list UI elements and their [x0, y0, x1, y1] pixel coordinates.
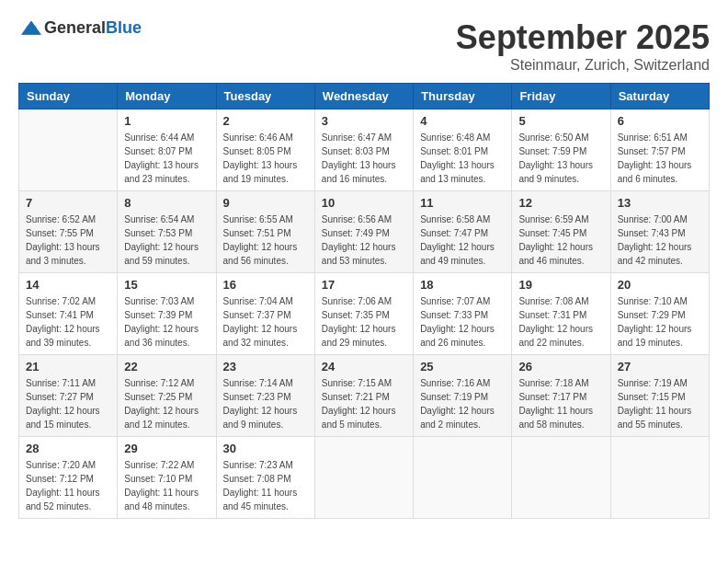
weekday-header: Sunday: [19, 84, 118, 109]
calendar-cell: [314, 437, 413, 519]
day-info: Sunrise: 6:59 AM Sunset: 7:45 PM Dayligh…: [518, 213, 603, 268]
calendar-cell: 30Sunrise: 7:23 AM Sunset: 7:08 PM Dayli…: [216, 437, 314, 519]
weekday-header: Wednesday: [314, 84, 413, 109]
day-info: Sunrise: 7:23 AM Sunset: 7:08 PM Dayligh…: [223, 458, 308, 513]
day-info: Sunrise: 7:12 AM Sunset: 7:25 PM Dayligh…: [124, 376, 209, 431]
calendar-cell: 19Sunrise: 7:08 AM Sunset: 7:31 PM Dayli…: [512, 273, 610, 355]
calendar-cell: 2Sunrise: 6:46 AM Sunset: 8:05 PM Daylig…: [216, 109, 314, 191]
day-info: Sunrise: 7:15 AM Sunset: 7:21 PM Dayligh…: [322, 376, 406, 431]
calendar-week-row: 7Sunrise: 6:52 AM Sunset: 7:55 PM Daylig…: [19, 191, 710, 273]
day-number: 27: [618, 360, 702, 373]
day-number: 7: [26, 196, 110, 210]
day-info: Sunrise: 6:47 AM Sunset: 8:03 PM Dayligh…: [322, 131, 406, 186]
calendar-cell: 28Sunrise: 7:20 AM Sunset: 7:12 PM Dayli…: [19, 437, 118, 519]
location-title: Steinmaur, Zurich, Switzerland: [456, 57, 710, 74]
day-number: 4: [420, 114, 505, 128]
logo: GeneralBlue: [18, 18, 142, 38]
weekday-header: Thursday: [414, 84, 512, 109]
day-info: Sunrise: 7:11 AM Sunset: 7:27 PM Dayligh…: [26, 376, 110, 431]
calendar-week-row: 21Sunrise: 7:11 AM Sunset: 7:27 PM Dayli…: [19, 355, 710, 437]
day-number: 23: [223, 360, 308, 373]
day-info: Sunrise: 6:51 AM Sunset: 7:57 PM Dayligh…: [618, 131, 702, 186]
month-title: September 2025: [456, 18, 710, 57]
day-info: Sunrise: 6:50 AM Sunset: 7:59 PM Dayligh…: [518, 131, 603, 186]
day-info: Sunrise: 6:54 AM Sunset: 7:53 PM Dayligh…: [124, 213, 209, 268]
calendar-cell: [19, 109, 118, 191]
weekday-header: Friday: [512, 84, 610, 109]
calendar-week-row: 1Sunrise: 6:44 AM Sunset: 8:07 PM Daylig…: [19, 109, 710, 191]
day-number: 13: [618, 196, 702, 210]
day-info: Sunrise: 7:00 AM Sunset: 7:43 PM Dayligh…: [618, 213, 702, 268]
calendar-cell: 23Sunrise: 7:14 AM Sunset: 7:23 PM Dayli…: [216, 355, 314, 437]
logo-icon: [20, 19, 42, 38]
calendar-body: 1Sunrise: 6:44 AM Sunset: 8:07 PM Daylig…: [19, 109, 710, 519]
day-number: 9: [223, 196, 308, 210]
calendar-cell: 6Sunrise: 6:51 AM Sunset: 7:57 PM Daylig…: [610, 109, 709, 191]
day-number: 12: [518, 196, 603, 210]
calendar-cell: 12Sunrise: 6:59 AM Sunset: 7:45 PM Dayli…: [512, 191, 610, 273]
day-number: 22: [124, 360, 209, 373]
day-number: 21: [26, 360, 110, 373]
day-info: Sunrise: 7:18 AM Sunset: 7:17 PM Dayligh…: [518, 376, 603, 431]
day-number: 30: [223, 442, 308, 455]
weekday-header: Saturday: [610, 84, 709, 109]
day-info: Sunrise: 7:22 AM Sunset: 7:10 PM Dayligh…: [124, 458, 209, 513]
calendar-cell: 27Sunrise: 7:19 AM Sunset: 7:15 PM Dayli…: [610, 355, 709, 437]
day-info: Sunrise: 7:16 AM Sunset: 7:19 PM Dayligh…: [420, 376, 505, 431]
day-number: 14: [26, 278, 110, 292]
logo-general: General: [44, 18, 106, 37]
day-number: 29: [124, 442, 209, 455]
calendar-cell: 1Sunrise: 6:44 AM Sunset: 8:07 PM Daylig…: [118, 109, 216, 191]
calendar-cell: 9Sunrise: 6:55 AM Sunset: 7:51 PM Daylig…: [216, 191, 314, 273]
day-info: Sunrise: 6:58 AM Sunset: 7:47 PM Dayligh…: [420, 213, 505, 268]
day-number: 18: [420, 278, 505, 292]
calendar-cell: 20Sunrise: 7:10 AM Sunset: 7:29 PM Dayli…: [610, 273, 709, 355]
calendar-cell: 11Sunrise: 6:58 AM Sunset: 7:47 PM Dayli…: [414, 191, 512, 273]
day-number: 28: [26, 442, 110, 455]
day-info: Sunrise: 6:52 AM Sunset: 7:55 PM Dayligh…: [26, 213, 110, 268]
calendar-cell: 29Sunrise: 7:22 AM Sunset: 7:10 PM Dayli…: [118, 437, 216, 519]
calendar-cell: 14Sunrise: 7:02 AM Sunset: 7:41 PM Dayli…: [19, 273, 118, 355]
day-number: 8: [124, 196, 209, 210]
logo-text: GeneralBlue: [44, 18, 142, 38]
day-info: Sunrise: 7:03 AM Sunset: 7:39 PM Dayligh…: [124, 294, 209, 350]
calendar-cell: 21Sunrise: 7:11 AM Sunset: 7:27 PM Dayli…: [19, 355, 118, 437]
day-number: 3: [322, 114, 406, 128]
calendar-cell: [414, 437, 512, 519]
header: GeneralBlue September 2025 Steinmaur, Zu…: [18, 18, 710, 74]
day-info: Sunrise: 6:56 AM Sunset: 7:49 PM Dayligh…: [322, 213, 406, 268]
day-number: 15: [124, 278, 209, 292]
calendar-cell: 24Sunrise: 7:15 AM Sunset: 7:21 PM Dayli…: [314, 355, 413, 437]
day-number: 20: [618, 278, 702, 292]
day-info: Sunrise: 7:04 AM Sunset: 7:37 PM Dayligh…: [223, 294, 308, 350]
day-number: 10: [322, 196, 406, 210]
calendar-header: SundayMondayTuesdayWednesdayThursdayFrid…: [19, 84, 710, 109]
day-info: Sunrise: 7:14 AM Sunset: 7:23 PM Dayligh…: [223, 376, 308, 431]
logo-blue: Blue: [106, 18, 142, 37]
day-number: 19: [518, 278, 603, 292]
day-number: 25: [420, 360, 505, 373]
calendar-cell: 25Sunrise: 7:16 AM Sunset: 7:19 PM Dayli…: [414, 355, 512, 437]
day-info: Sunrise: 7:20 AM Sunset: 7:12 PM Dayligh…: [26, 458, 110, 513]
day-info: Sunrise: 7:02 AM Sunset: 7:41 PM Dayligh…: [26, 294, 110, 350]
calendar-cell: 5Sunrise: 6:50 AM Sunset: 7:59 PM Daylig…: [512, 109, 610, 191]
calendar-cell: 13Sunrise: 7:00 AM Sunset: 7:43 PM Dayli…: [610, 191, 709, 273]
day-number: 11: [420, 196, 505, 210]
day-info: Sunrise: 7:10 AM Sunset: 7:29 PM Dayligh…: [618, 294, 702, 350]
calendar-cell: 18Sunrise: 7:07 AM Sunset: 7:33 PM Dayli…: [414, 273, 512, 355]
weekday-header: Tuesday: [216, 84, 314, 109]
day-number: 26: [518, 360, 603, 373]
calendar-week-row: 14Sunrise: 7:02 AM Sunset: 7:41 PM Dayli…: [19, 273, 710, 355]
calendar-cell: [512, 437, 610, 519]
calendar-cell: 15Sunrise: 7:03 AM Sunset: 7:39 PM Dayli…: [118, 273, 216, 355]
calendar-week-row: 28Sunrise: 7:20 AM Sunset: 7:12 PM Dayli…: [19, 437, 710, 519]
weekday-header: Monday: [118, 84, 216, 109]
day-info: Sunrise: 7:19 AM Sunset: 7:15 PM Dayligh…: [618, 376, 702, 431]
calendar-cell: 8Sunrise: 6:54 AM Sunset: 7:53 PM Daylig…: [118, 191, 216, 273]
svg-rect-2: [26, 25, 36, 34]
calendar-cell: 17Sunrise: 7:06 AM Sunset: 7:35 PM Dayli…: [314, 273, 413, 355]
calendar-cell: 4Sunrise: 6:48 AM Sunset: 8:01 PM Daylig…: [414, 109, 512, 191]
calendar-cell: 10Sunrise: 6:56 AM Sunset: 7:49 PM Dayli…: [314, 191, 413, 273]
calendar-cell: 7Sunrise: 6:52 AM Sunset: 7:55 PM Daylig…: [19, 191, 118, 273]
day-info: Sunrise: 7:07 AM Sunset: 7:33 PM Dayligh…: [420, 294, 505, 350]
